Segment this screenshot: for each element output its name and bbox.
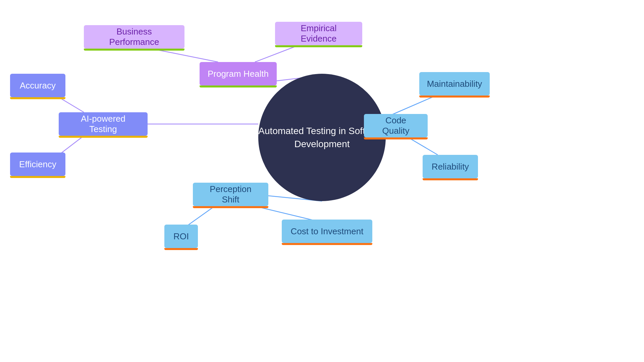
business-performance-node: Business Performance — [84, 25, 184, 49]
accuracy-label: Accuracy — [20, 80, 56, 91]
roi-node: ROI — [164, 225, 198, 248]
empirical-evidence-bar — [275, 45, 362, 47]
maintainability-node: Maintainability — [419, 72, 490, 96]
perception-shift-node: Perception Shift — [193, 183, 268, 206]
program-health-label: Program Health — [208, 69, 269, 79]
maintainability-label: Maintainability — [427, 79, 482, 89]
efficiency-label: Efficiency — [19, 159, 56, 170]
roi-bar — [164, 248, 198, 250]
empirical-evidence-node: Empirical Evidence — [275, 22, 362, 45]
accuracy-bar — [10, 97, 65, 99]
svg-line-10 — [188, 206, 215, 225]
svg-line-2 — [255, 45, 299, 62]
reliability-label: Reliability — [432, 162, 469, 172]
ai-powered-testing-label: AI-powered Testing — [66, 114, 140, 134]
empirical-evidence-label: Empirical Evidence — [282, 23, 355, 44]
program-health-bar — [200, 85, 277, 87]
ai-powered-testing-node: AI-powered Testing — [59, 112, 148, 136]
efficiency-node: Efficiency — [10, 153, 65, 176]
cost-to-investment-bar — [282, 243, 372, 245]
cost-to-investment-label: Cost to Investment — [291, 226, 364, 237]
reliability-node: Reliability — [423, 155, 478, 178]
accuracy-node: Accuracy — [10, 74, 65, 97]
code-quality-bar — [364, 137, 428, 139]
roi-label: ROI — [173, 231, 189, 242]
program-health-node: Program Health — [200, 62, 277, 85]
perception-shift-label: Perception Shift — [200, 184, 261, 205]
ai-powered-testing-bar — [59, 136, 148, 138]
svg-line-1 — [151, 49, 218, 62]
code-quality-label: Code Quality — [371, 115, 420, 136]
business-performance-label: Business Performance — [91, 26, 177, 47]
maintainability-bar — [419, 96, 490, 98]
business-performance-bar — [84, 49, 184, 51]
reliability-bar — [423, 178, 478, 180]
cost-to-investment-node: Cost to Investment — [282, 220, 372, 243]
code-quality-node: Code Quality — [364, 114, 428, 137]
perception-shift-bar — [193, 206, 268, 208]
svg-line-4 — [59, 97, 84, 112]
efficiency-bar — [10, 176, 65, 178]
